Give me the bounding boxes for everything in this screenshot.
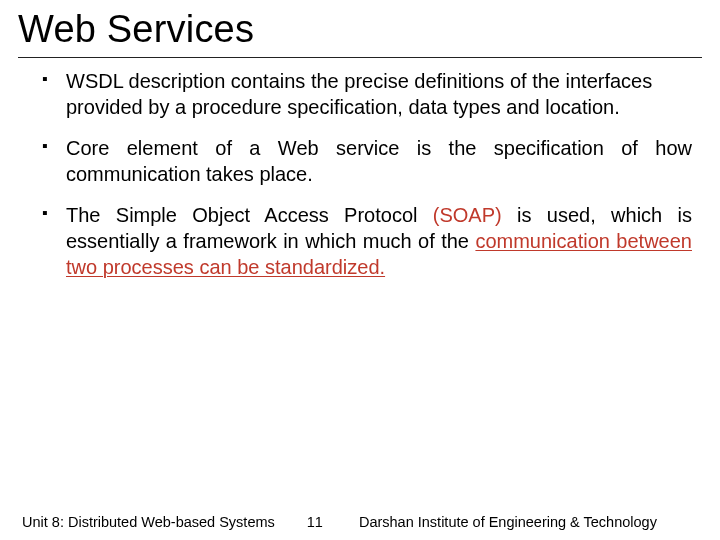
bullet-list: WSDL description contains the precise de… [42,68,692,281]
bullet-item: Core element of a Web service is the spe… [42,135,692,188]
bullet-text: Core element of a Web service is the spe… [66,137,692,185]
bullet-item: WSDL description contains the precise de… [42,68,692,121]
footer: Unit 8: Distributed Web-based Systems 11… [0,514,720,530]
page-title: Web Services [18,8,702,51]
footer-unit: Unit 8: Distributed Web-based Systems [22,514,275,530]
bullet-text-soap: (SOAP) [433,204,502,226]
bullet-item: The Simple Object Access Protocol (SOAP)… [42,202,692,281]
slide-body: WSDL description contains the precise de… [0,68,720,540]
title-wrap: Web Services [0,0,720,57]
footer-page-number: 11 [307,514,323,530]
title-divider [18,57,702,58]
footer-institute: Darshan Institute of Engineering & Techn… [359,514,657,530]
bullet-text: WSDL description contains the precise de… [66,70,652,118]
bullet-text: The Simple Object Access Protocol [66,204,433,226]
slide: Web Services WSDL description contains t… [0,0,720,540]
